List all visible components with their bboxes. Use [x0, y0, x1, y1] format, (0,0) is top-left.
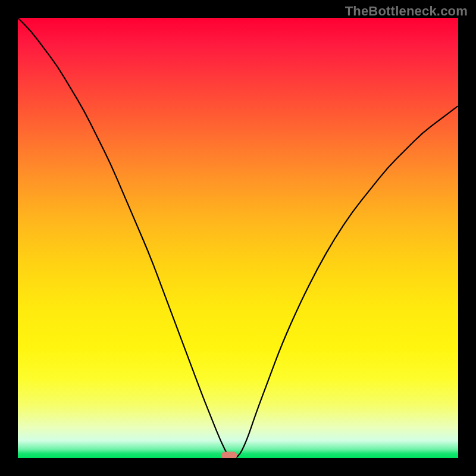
watermark-text: TheBottleneck.com — [345, 4, 468, 19]
bottleneck-curve-path — [18, 18, 458, 458]
chart-stage: TheBottleneck.com — [0, 0, 476, 476]
plot-area — [18, 18, 458, 458]
min-marker — [221, 452, 237, 458]
curve-svg — [18, 18, 458, 458]
